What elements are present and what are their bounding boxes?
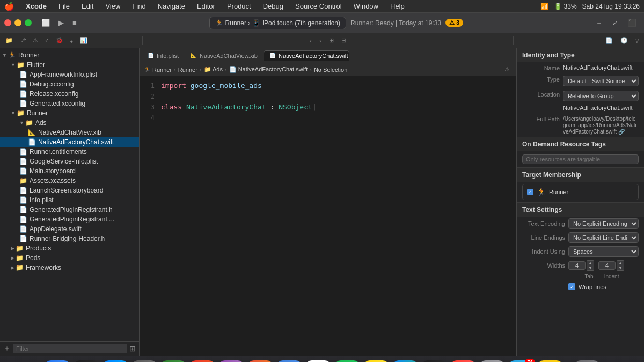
debug-icon-btn[interactable]: 🐞 xyxy=(54,36,65,45)
ondemand-input[interactable] xyxy=(522,154,639,164)
text-encoding-select[interactable]: No Explicit Encoding xyxy=(568,218,639,229)
nav-back-btn[interactable]: ‹ xyxy=(308,36,314,45)
tree-nativeadfactorychat[interactable]: 📄 NativeAdFactoryChat.swift xyxy=(0,137,139,147)
sidebar-add-button[interactable]: ＋ xyxy=(3,344,11,353)
indent-using-select[interactable]: Spaces xyxy=(568,246,639,257)
menu-editor[interactable]: Editor xyxy=(194,1,218,11)
tree-assets[interactable]: 📁 Assets.xcassets xyxy=(0,176,139,186)
tree-info-plist[interactable]: 📄 Info.plist xyxy=(0,195,139,205)
add-tab-button[interactable]: ＋ xyxy=(592,16,606,30)
menu-find[interactable]: Find xyxy=(129,1,148,11)
minimize-button[interactable] xyxy=(14,19,21,26)
tree-generatedpluginregistrant-m[interactable]: 📄 GeneratedPluginRegistrant.... xyxy=(0,215,139,224)
tree-frameworks[interactable]: ▶ 📁 Frameworks xyxy=(0,263,139,272)
menu-view[interactable]: View xyxy=(103,1,123,11)
folder-icon-btn[interactable]: 📁 xyxy=(3,36,15,45)
panels-button[interactable]: ⬛ xyxy=(625,17,640,29)
inspector-type-select[interactable]: Default - Swift Source xyxy=(563,76,639,86)
menu-edit[interactable]: Edit xyxy=(79,1,96,11)
tree-generated-xcconfig[interactable]: 📄 Generated.xcconfig xyxy=(0,99,139,108)
tree-runner-group[interactable]: ▼ 📁 Runner xyxy=(0,108,139,118)
tree-flutter[interactable]: ▼ 📁 Flutter xyxy=(0,60,139,70)
inspector-history-btn[interactable]: 🕐 xyxy=(618,36,630,45)
tree-pods[interactable]: ▶ 📁 Pods xyxy=(0,253,139,263)
tree-bridging-header[interactable]: 📄 Runner-Bridging-Header.h xyxy=(0,234,139,243)
menu-help[interactable]: Help xyxy=(387,1,407,11)
plugin-h-icon: 📄 xyxy=(19,206,27,213)
indent-width-up[interactable]: ▲ xyxy=(617,260,624,265)
nav-forward-btn[interactable]: › xyxy=(317,36,324,45)
target-checkbox[interactable]: ✓ xyxy=(527,189,533,195)
tree-entitlements[interactable]: 📄 Runner.entitlements xyxy=(0,147,139,157)
inspector-location-select[interactable]: Relative to Group xyxy=(563,91,639,101)
tab-nativeadfactorychat[interactable]: 📄 NativeAdFactoryChat.swift xyxy=(264,50,349,61)
run-button[interactable]: ▶ xyxy=(55,17,67,29)
sidebar-toggle-button[interactable]: ⬜ xyxy=(38,17,53,29)
stop-button[interactable]: ■ xyxy=(69,17,80,29)
file-icon-3: 📄 xyxy=(19,90,27,98)
warning-badge[interactable]: ⚠ 3 xyxy=(445,19,463,27)
code-content[interactable]: import google_mobile_ads class NativeAdF… xyxy=(159,80,516,351)
tree-release-xcconfig[interactable]: 📄 Release.xcconfig xyxy=(0,89,139,99)
tab-nativeadchatview[interactable]: 📐 NativeAdChatView.xib xyxy=(185,50,264,61)
sidebar-options-button[interactable]: ⊞ xyxy=(129,344,136,353)
tree-debug-xcconfig[interactable]: 📄 Debug.xcconfig xyxy=(0,79,139,89)
device-breadcrumb[interactable]: 🏃 Runner › 📱 iPod touch (7th generation) xyxy=(209,17,346,29)
expand-arrow-ads[interactable]: ▼ xyxy=(19,120,24,125)
expand-arrow-flutter[interactable]: ▼ xyxy=(11,62,16,68)
tab-info-plist[interactable]: 📄 Info.plist xyxy=(142,50,185,61)
inspector-type-row: Type Default - Swift Source xyxy=(517,73,644,88)
menu-debug[interactable]: Debug xyxy=(260,1,286,11)
expand-arrow-products[interactable]: ▶ xyxy=(11,246,14,251)
breadcrumb-warn-btn[interactable]: ⚠ xyxy=(502,65,512,74)
tree-googleservice[interactable]: 📄 GoogleService-Info.plist xyxy=(0,157,139,166)
tree-appframeworkinfo[interactable]: 📄 AppFrameworkInfo.plist xyxy=(0,70,139,79)
git-icon-btn[interactable]: ⎇ xyxy=(17,36,28,45)
bc-runner-folder[interactable]: Runner xyxy=(178,67,197,73)
indent-width-input[interactable] xyxy=(598,261,616,270)
expand-arrow-runner-group[interactable]: ▼ xyxy=(11,110,16,116)
test-icon-btn[interactable]: ✓ xyxy=(42,36,52,45)
close-button[interactable] xyxy=(4,19,11,26)
expand-button[interactable]: ⤢ xyxy=(609,17,621,29)
code-editor[interactable]: 1 2 3 4 import google_mobile_ads class N… xyxy=(140,76,516,356)
tree-label-generated-xcconfig: Generated.xcconfig xyxy=(30,100,85,107)
inspector-file-btn[interactable]: 📄 xyxy=(603,36,615,45)
tree-generatedpluginregistrant-h[interactable]: 📄 GeneratedPluginRegistrant.h xyxy=(0,205,139,215)
fullscreen-button[interactable] xyxy=(25,19,32,26)
menu-window[interactable]: Window xyxy=(351,1,381,11)
menu-xcode[interactable]: Xcode xyxy=(23,1,49,11)
menu-product[interactable]: Product xyxy=(224,1,254,11)
bc-runner[interactable]: Runner xyxy=(152,67,172,73)
expand-arrow-runner[interactable]: ▼ xyxy=(2,53,7,58)
tree-root-runner[interactable]: ▼ 🏃 Runner xyxy=(0,50,139,60)
tab-width-input[interactable] xyxy=(568,261,586,270)
sidebar-filter-input[interactable] xyxy=(13,344,127,353)
apple-menu[interactable]: 🍎 xyxy=(4,2,14,11)
line-endings-select[interactable]: No Explicit Line Endings xyxy=(568,232,639,243)
expand-arrow-pods[interactable]: ▶ xyxy=(11,255,14,261)
report-icon-btn[interactable]: 📊 xyxy=(78,36,90,45)
inspector-help-btn[interactable]: ? xyxy=(633,36,641,45)
breakpoint-icon-btn[interactable]: ⬥ xyxy=(68,36,76,45)
tree-products[interactable]: ▶ 📁 Products xyxy=(0,243,139,253)
menu-file[interactable]: File xyxy=(56,1,72,11)
indent-width-down[interactable]: ▼ xyxy=(617,265,624,271)
expand-arrow-frameworks[interactable]: ▶ xyxy=(11,265,14,270)
tab-width-up[interactable]: ▲ xyxy=(587,260,594,265)
tab-width-down[interactable]: ▼ xyxy=(587,265,594,271)
split-view-btn[interactable]: ⊟ xyxy=(339,36,348,45)
path-reveal-icon[interactable]: 🔗 xyxy=(618,129,625,135)
menu-navigate[interactable]: Navigate xyxy=(155,1,188,11)
tree-appdelegate[interactable]: 📄 AppDelegate.swift xyxy=(0,224,139,234)
bc-file[interactable]: 📄 NativeAdFactoryChat.swift xyxy=(229,66,308,73)
menu-source-control[interactable]: Source Control xyxy=(292,1,345,11)
tree-launchscreen[interactable]: 📄 LaunchScreen.storyboard xyxy=(0,186,139,195)
grid-view-btn[interactable]: ⊞ xyxy=(327,36,336,45)
bc-ads[interactable]: 📁 Ads xyxy=(204,66,223,73)
tree-ads[interactable]: ▼ 📁 Ads xyxy=(0,118,139,128)
wrap-checkbox[interactable]: ✓ xyxy=(568,283,575,290)
tree-nativeadchatview-xib[interactable]: 📐 NativeAdChatView.xib xyxy=(0,128,139,137)
tree-main-storyboard[interactable]: 📄 Main.storyboard xyxy=(0,166,139,176)
warn-icon-btn[interactable]: ⚠ xyxy=(31,36,40,45)
